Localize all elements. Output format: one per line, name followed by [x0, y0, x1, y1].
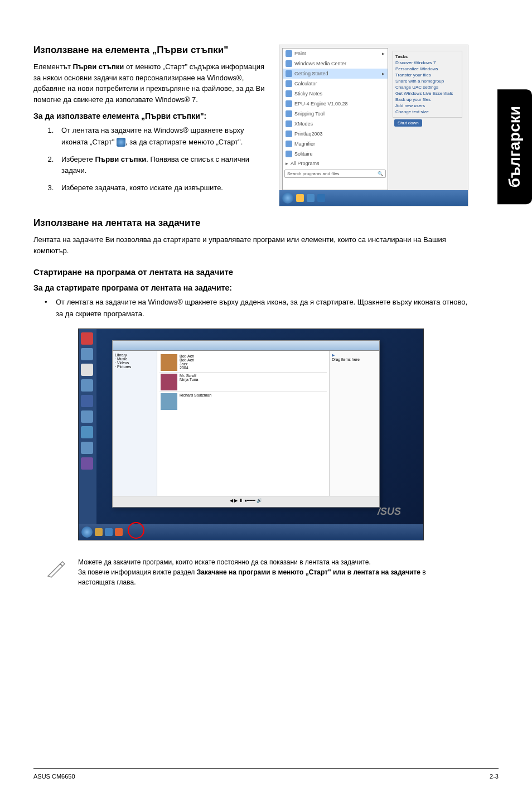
- start-icon: [117, 138, 125, 147]
- step-2: Изберете Първи стъпки. Появява се списък…: [56, 154, 268, 177]
- start-orb-icon: [282, 192, 293, 204]
- section1-subheading: За да използвате елемента „Първи стъпки"…: [33, 112, 268, 120]
- highlight-circle-icon: [128, 522, 144, 539]
- footer-right: 2-3: [490, 773, 499, 780]
- pencil-icon: [45, 557, 67, 579]
- desktop-screenshot: Library · Music · Videos · Pictures Bob …: [78, 328, 424, 540]
- taskbar-bullet: От лентата на задачите на Windows® щракн…: [56, 297, 468, 320]
- section2-sub1: Стартиране на програма от лентата на зад…: [33, 267, 468, 277]
- footer-left: ASUS CM6650: [33, 773, 75, 780]
- section2-heading: Използване на лентата на задачите: [33, 218, 468, 229]
- note-box: Можете да закачите програми, които искат…: [33, 557, 468, 587]
- section1-heading: Използване на елемента „Първи стъпки": [33, 45, 268, 56]
- asus-logo: /SUS: [378, 506, 401, 518]
- section2-sub2: За да стартирате програма от лентата на …: [33, 283, 468, 292]
- language-tab: български: [497, 89, 532, 204]
- step-1: От лентата на задачите на Windows® щракн…: [56, 125, 268, 148]
- section1-intro: Елементът Първи стъпки от менюто „Старт"…: [33, 61, 268, 105]
- note-line1: Можете да закачите програми, които искат…: [78, 557, 457, 567]
- start-menu-screenshot: Paint▸ Windows Media Center Getting Star…: [279, 45, 468, 206]
- page-footer: ASUS CM6650 2-3: [33, 768, 499, 780]
- step-3: Изберете задачата, която искате да извър…: [56, 182, 268, 194]
- main-content: Използване на елемента „Първи стъпки" Ел…: [33, 45, 468, 587]
- note-line2: За повече информация вижте раздел Закача…: [78, 567, 457, 587]
- section2-intro: Лентата на задачите Ви позволява да стар…: [33, 234, 468, 256]
